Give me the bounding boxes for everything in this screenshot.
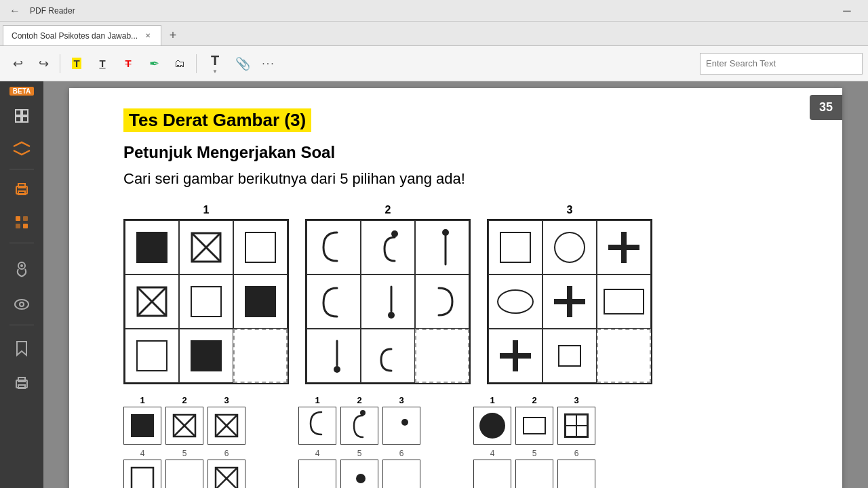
puzzle-cell <box>488 220 542 274</box>
puzzle-cell <box>361 220 415 274</box>
empty-square-shape <box>191 286 222 317</box>
answer-set-2: 1 2 <box>298 395 420 488</box>
sidebar-item-print[interactable] <box>7 175 37 205</box>
puzzles-row: 1 <box>123 204 802 384</box>
pdf-page: 35 Tes Derat Gambar (3) Petunjuk Mengerj… <box>69 88 842 488</box>
sidebar-item-bookmark[interactable] <box>7 333 37 363</box>
separator-1 <box>60 54 60 73</box>
tab-document[interactable]: Contoh Soal Psikotes dan Jawab... ✕ <box>3 25 161 45</box>
puzzle-cell <box>125 220 179 274</box>
title-bar: ← PDF Reader ─ <box>0 0 868 22</box>
puzzle-cell <box>179 220 233 274</box>
eye-icon <box>14 298 30 310</box>
page-subheading: Petunjuk Mengerjakan Soal <box>123 143 802 162</box>
puzzle-cell <box>361 329 415 383</box>
answer-set-1: 1 2 <box>123 395 245 488</box>
puzzle-cell <box>233 274 288 329</box>
pen-button[interactable]: ✒ <box>142 52 166 76</box>
black-circle-shape <box>479 413 505 439</box>
svg-point-30 <box>334 366 340 373</box>
answer-row-bottom <box>298 460 420 488</box>
svg-point-42 <box>401 419 408 426</box>
x-box-shape <box>214 413 239 439</box>
tab-close-button[interactable]: ✕ <box>143 31 153 41</box>
puzzle-cell <box>125 329 179 383</box>
hook-with-dot-shape <box>371 227 405 268</box>
answer-cell-5 <box>165 460 203 488</box>
strikethrough-text-button[interactable]: T <box>116 50 140 77</box>
x-box-shape <box>135 285 169 319</box>
answer-row-top: 1 2 3 <box>473 395 595 445</box>
answer-row-top: 1 2 <box>298 395 420 445</box>
black-square-shape <box>136 232 167 263</box>
sidebar-item-convert[interactable] <box>7 134 37 163</box>
puzzle-2-grid <box>305 219 471 384</box>
plus-shape <box>608 232 639 263</box>
answer-row-label: 4 5 6 <box>123 449 245 458</box>
hook-shape <box>304 409 331 443</box>
svg-rect-0 <box>16 110 21 115</box>
sidebar-item-eye[interactable] <box>7 289 37 319</box>
search-box[interactable] <box>700 53 863 75</box>
puzzle-1-grid <box>123 219 289 384</box>
svg-rect-1 <box>22 110 28 115</box>
separator-2 <box>196 54 197 73</box>
svg-rect-8 <box>23 216 28 221</box>
svg-point-12 <box>20 264 23 267</box>
answer-cell-4 <box>473 460 511 488</box>
vertical-line-shape <box>425 227 459 268</box>
puzzle-cell <box>542 329 597 383</box>
small-rect-shape <box>554 340 585 371</box>
svg-point-14 <box>20 302 24 306</box>
plus-shape <box>500 340 531 371</box>
answer-cell-5 <box>515 460 553 488</box>
beta-badge: BETA <box>9 87 34 96</box>
left-sidebar: BETA <box>0 81 43 488</box>
toolbar: ↩ ↪ T T T ✒ 🗂 T ▼ 📎 ··· <box>0 46 868 81</box>
svg-rect-9 <box>16 224 20 228</box>
insert-text-button[interactable]: T ▼ <box>201 50 229 77</box>
stamp-button[interactable]: 🗂 <box>167 52 192 76</box>
sidebar-item-draw[interactable] <box>7 254 37 284</box>
new-tab-button[interactable]: + <box>163 25 183 45</box>
search-input[interactable] <box>706 58 856 68</box>
answer-row-labels: 4 5 6 <box>298 449 420 458</box>
back-button[interactable]: ← <box>5 1 24 20</box>
redo-icon: ↪ <box>39 56 49 71</box>
sidebar-divider-3 <box>9 325 34 325</box>
sidebar-divider-2 <box>9 243 34 243</box>
answer-cell-6 <box>382 460 420 488</box>
redo-button[interactable]: ↪ <box>31 52 56 76</box>
tools-icon <box>14 215 29 230</box>
puzzle-cell <box>488 329 542 383</box>
puzzle-1-wrapper: 1 <box>123 204 289 384</box>
insert-text-caret: ▼ <box>212 68 218 75</box>
sidebar-item-printer2[interactable] <box>7 369 37 399</box>
attach-button[interactable]: 📎 <box>231 52 255 76</box>
tab-bar: Contoh Soal Psikotes dan Jawab... ✕ + <box>0 22 868 46</box>
answer-label-6: 6 <box>208 449 245 458</box>
highlight-text-icon: T <box>72 58 81 69</box>
answer-label-4: 4 <box>123 449 161 458</box>
more-button[interactable]: ··· <box>256 52 281 76</box>
puzzle-cell-answer <box>415 329 469 383</box>
hook-shape-right <box>425 281 459 322</box>
answer-cell-4 <box>123 460 161 488</box>
vertical-dot-bottom-shape <box>317 336 351 376</box>
minimize-button[interactable]: ─ <box>831 0 863 22</box>
undo-button[interactable]: ↩ <box>5 52 30 76</box>
sidebar-item-grid[interactable] <box>7 101 37 131</box>
puzzle-1-number: 1 <box>203 204 210 216</box>
puzzle-cell <box>597 220 651 274</box>
puzzle-cell-answer <box>233 329 288 383</box>
svg-rect-6 <box>18 191 25 195</box>
sidebar-item-tools[interactable] <box>7 207 37 237</box>
rect-shape <box>523 417 546 434</box>
highlight-text-button[interactable]: T <box>64 50 89 77</box>
puzzle-cell <box>307 274 361 329</box>
svg-rect-7 <box>16 216 20 221</box>
underline-text-button[interactable]: T <box>90 50 115 77</box>
strikethrough-text-icon: T <box>125 58 131 69</box>
puzzle-cell <box>488 274 542 329</box>
answer-cell-4 <box>298 460 336 488</box>
